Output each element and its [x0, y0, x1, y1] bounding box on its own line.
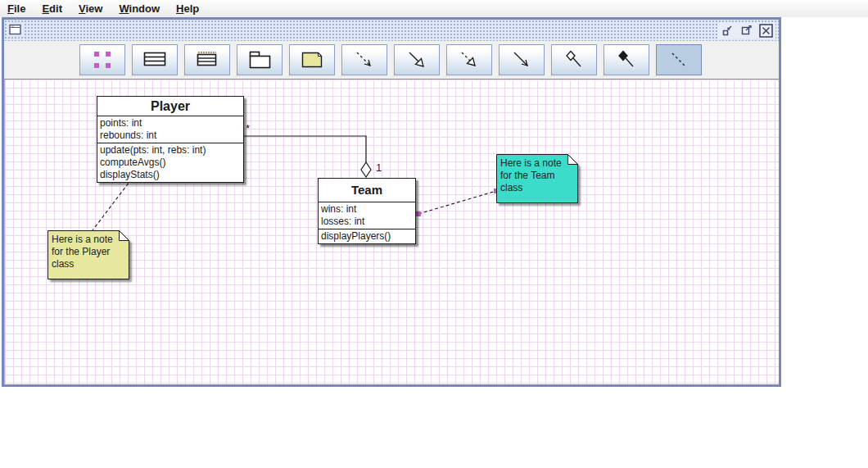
- diagram-canvas[interactable]: * 1 Player points: int r: [4, 79, 779, 384]
- aggregation-edge: * 1: [244, 122, 382, 177]
- dashed-line-icon: [668, 49, 689, 70]
- close-button[interactable]: [758, 23, 773, 38]
- note-node-team[interactable]: Here is a note for the Team class: [496, 154, 578, 203]
- fields-section: wins: int losses: int: [319, 202, 415, 229]
- aggregation-edge-tool-button[interactable]: [551, 44, 597, 75]
- composition-edge-tool-button[interactable]: [604, 44, 649, 75]
- association-edge-tool-button[interactable]: [499, 44, 545, 75]
- note-text: Here is a note for the Team class: [496, 154, 575, 194]
- class-node-player[interactable]: Player points: int rebounds: int update(…: [97, 96, 244, 183]
- dependency-edge-tool-button[interactable]: [341, 44, 387, 75]
- application-window: File Edit View Window Help: [0, 0, 868, 468]
- diagram-internal-frame: * 1 Player points: int r: [2, 17, 781, 387]
- note-text: Here is a note for the Player class: [47, 230, 126, 270]
- filled-diamond-edge-icon: [616, 49, 637, 70]
- class-node-tool-button[interactable]: [132, 44, 178, 75]
- class-name: Team: [319, 179, 415, 202]
- solid-triangle-arrow-icon: [406, 49, 427, 70]
- solid-open-arrow-icon: [511, 49, 532, 70]
- note-node-player[interactable]: Here is a note for the Player class: [47, 230, 129, 279]
- window-icon: [8, 24, 23, 37]
- interface-node-tool-button[interactable]: [184, 44, 230, 75]
- field: wins: int: [321, 203, 413, 216]
- hollow-diamond-edge-icon: [563, 49, 585, 70]
- minimize-button[interactable]: [721, 23, 735, 38]
- fields-section: points: int rebounds: int: [97, 116, 243, 143]
- maximize-button[interactable]: [739, 23, 754, 38]
- package-folder-icon: [246, 49, 273, 70]
- menu-item-file[interactable]: File: [5, 1, 33, 16]
- menu-item-help[interactable]: Help: [174, 1, 206, 16]
- class-box-icon: [142, 50, 167, 70]
- note-connector-team: [416, 189, 499, 216]
- note-connector-player: [93, 179, 132, 230]
- frame-titlebar[interactable]: [4, 20, 779, 41]
- class-node-team[interactable]: Team wins: int losses: int displayPlayer…: [318, 178, 416, 244]
- inheritance-edge-tool-button[interactable]: [394, 44, 440, 75]
- package-node-tool-button[interactable]: [237, 44, 283, 75]
- menu-bar: File Edit View Window Help: [0, 0, 868, 17]
- menu-item-window[interactable]: Window: [116, 1, 167, 16]
- grabber-dots-icon: [91, 49, 114, 70]
- method: displayStats(): [100, 169, 241, 181]
- edge-handle-source[interactable]: [416, 211, 421, 216]
- menu-item-edit[interactable]: Edit: [39, 1, 70, 16]
- diagram-toolbar: [4, 41, 779, 79]
- methods-section: displayPlayers(): [319, 229, 415, 243]
- selection-tool-button[interactable]: [79, 44, 125, 75]
- note-connector-tool-button[interactable]: [656, 44, 702, 75]
- frame-controls: [718, 22, 775, 39]
- realization-edge-tool-button[interactable]: [446, 44, 492, 75]
- aggregation-diamond: [361, 162, 371, 177]
- methods-section: update(pts: int, rebs: int) computeAvgs(…: [97, 143, 243, 182]
- note-node-tool-button[interactable]: [289, 44, 335, 75]
- method: displayPlayers(): [321, 230, 413, 243]
- method: computeAvgs(): [100, 157, 241, 169]
- method: update(pts: int, rebs: int): [100, 144, 241, 157]
- sticky-note-icon: [300, 50, 324, 70]
- class-name: Player: [97, 97, 243, 116]
- dashed-open-arrow-icon: [354, 49, 375, 70]
- field: losses: int: [321, 216, 413, 228]
- interface-box-icon: [195, 49, 219, 70]
- menu-item-view[interactable]: View: [76, 1, 110, 16]
- multiplicity-source-label: *: [246, 122, 250, 134]
- field: rebounds: int: [100, 129, 241, 142]
- dashed-triangle-arrow-icon: [459, 49, 480, 70]
- field: points: int: [100, 117, 241, 129]
- multiplicity-target-label: 1: [376, 161, 382, 174]
